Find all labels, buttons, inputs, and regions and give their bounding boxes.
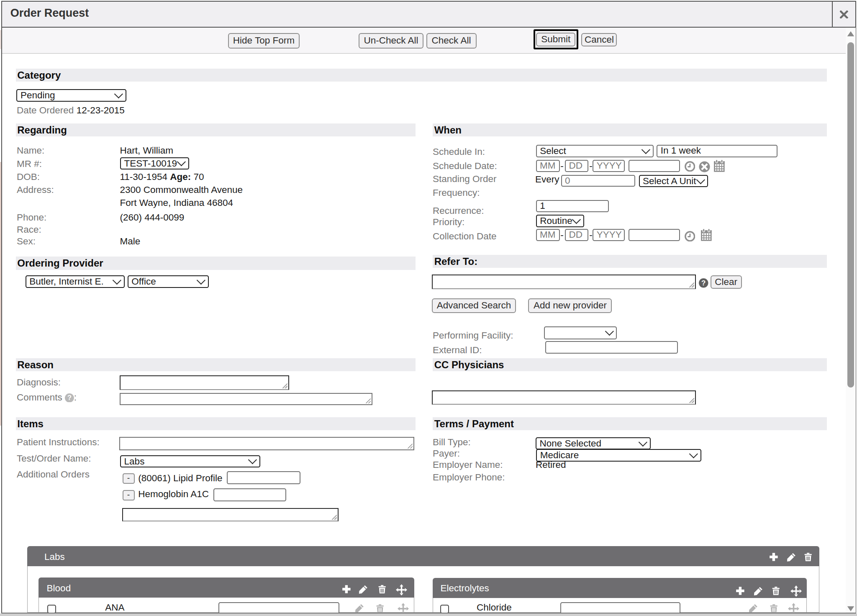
svg-text:?: ? bbox=[67, 394, 72, 401]
svg-text:?: ? bbox=[701, 279, 706, 287]
